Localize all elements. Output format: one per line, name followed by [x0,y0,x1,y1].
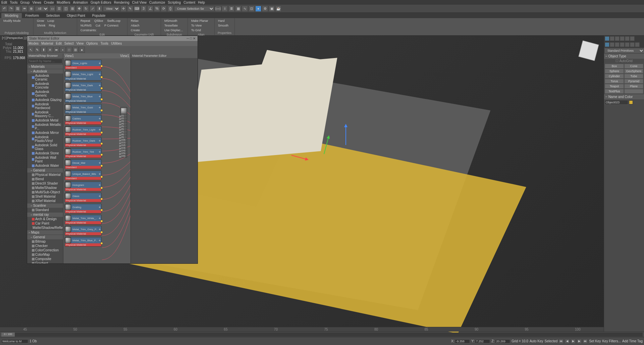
togrid-button[interactable]: To Grid [190,28,212,32]
menu-modifiers[interactable]: Modifiers [57,1,70,4]
compound-slot[interactable]: (12) [121,144,127,146]
toview-button[interactable]: To View [190,23,212,28]
expand-icon[interactable]: + [98,216,101,220]
me-menu-options[interactable]: Options [86,42,98,45]
repeat-button[interactable]: Repeat [79,19,92,23]
hierarchy-panel-icon[interactable] [615,36,620,41]
setkey-button[interactable]: Set Key [589,339,601,343]
material-node[interactable]: Hologram+Physical Material [65,182,102,191]
percent-snap-icon[interactable]: % [154,6,160,12]
output-port[interactable] [100,65,103,67]
compound-slot[interactable]: (10) [121,138,127,141]
z-input[interactable] [495,339,510,343]
browser-item[interactable]: Autodesk Water [27,163,63,168]
play-icon[interactable]: ▶ [571,339,576,344]
browser-item[interactable]: Physical Material [27,172,63,177]
menu-graph-editors[interactable]: Graph Editors [91,1,111,4]
menu-tools[interactable]: Tools [10,1,17,4]
select-region-icon[interactable]: ◫ [63,6,69,12]
product-icon[interactable]: ● [79,47,85,53]
me-menu-view[interactable]: View [76,42,84,45]
compound-slot[interactable]: (3) [121,119,127,122]
pconnect-button[interactable]: P Connect [103,23,120,28]
move-icon[interactable]: ✥ [76,6,82,12]
primitive-button[interactable]: Sphere [605,69,624,73]
browser-item[interactable]: Autodesk Mirror [27,131,63,135]
material-node[interactable]: Metal_Trim_Light+Physical Material [65,71,102,81]
object-name-input[interactable] [605,100,628,105]
expand-icon[interactable]: + [98,139,101,143]
helpers-icon[interactable] [625,42,630,47]
output-port[interactable] [100,231,103,234]
menu-views[interactable]: Views [32,1,41,4]
browser-item[interactable]: Autodesk Metallic P... [27,122,63,131]
tab-freeform[interactable]: Freeform [22,13,43,18]
me-menu-material[interactable]: Material [41,42,53,45]
material-node[interactable]: Metal_Trim_White_...+Physical Material [65,215,102,225]
smooth-button[interactable]: Smooth [217,23,232,28]
browser-item[interactable]: Autodesk Generic [27,90,63,98]
align-icon[interactable]: ⫴ [222,6,228,12]
grow-button[interactable]: Grow [36,19,46,23]
material-editor-icon[interactable]: ● [255,6,261,12]
browser-item[interactable]: XRef Material [27,199,63,203]
msmooth-button[interactable]: MSmooth [163,19,185,23]
selection-filter-dropdown[interactable]: All [35,6,49,11]
ref-coord-dropdown[interactable]: View [103,6,120,11]
maxscript-listener[interactable] [1,339,28,343]
search-input[interactable] [28,59,62,63]
browser-item[interactable]: Matte/Shadow/Refle... [27,226,63,230]
time-slider[interactable]: 0 / 100 [1,333,643,337]
primitive-button[interactable] [624,89,643,94]
rotate-icon[interactable]: ↻ [83,6,89,12]
browser-item[interactable]: Shell Material [27,194,63,199]
select-name-icon[interactable]: ☰ [56,6,62,12]
output-port[interactable] [100,87,103,90]
compound-slot[interactable]: (7) [121,130,127,133]
menu-content[interactable]: Content [183,1,195,4]
expand-icon[interactable]: + [98,183,101,187]
primitive-category-dropdown[interactable]: Standard Primitives [604,48,644,53]
autogrid-checkbox[interactable]: ☐ AutoGrid [604,59,644,63]
general-section[interactable]: − General [27,168,63,172]
undo-icon[interactable]: ↶ [1,6,7,12]
primitive-button[interactable]: Torus [605,79,624,84]
x-input[interactable] [455,339,470,343]
keyfilters-button[interactable]: Key Filters... [602,339,621,343]
goto-end-icon[interactable]: ⏭ [583,339,588,344]
material-node[interactable]: Rubber_Trim_Light+Physical Material [65,126,102,136]
usedisplace-button[interactable]: Use Displac... [163,28,185,32]
material-node[interactable]: Metal_Trim_Blue+Physical Material [65,93,102,103]
layers-icon[interactable]: ≣ [228,6,234,12]
object-type-header[interactable]: − Object Type [604,54,644,59]
create-button[interactable]: Create [129,28,159,32]
lights-icon[interactable] [615,42,620,47]
compound-slot[interactable]: (11) [121,141,127,144]
compound-slot[interactable]: (16) [121,154,127,157]
compound-slot[interactable]: (13) [121,146,127,149]
output-port[interactable] [100,164,103,167]
addtimetag-button[interactable]: Add Time Tag [622,339,643,343]
qslice-button[interactable]: QSlice [93,19,105,23]
select-icon[interactable]: ▭ [49,6,55,12]
browser-item[interactable]: Matte/Shadow [27,186,63,190]
tab-modeling[interactable]: Modeling [1,13,22,18]
me-titlebar[interactable]: Slate Material Editor ─ □ ✕ [27,36,198,41]
browser-item[interactable]: Autodesk Wall Paint [27,155,63,163]
next-frame-icon[interactable]: ▶ [577,339,582,344]
browser-item[interactable]: Autodesk Stone [27,151,63,155]
menu-rendering[interactable]: Rendering [114,1,129,4]
menu-civil-view[interactable]: Civil View [132,1,147,4]
compound-slot[interactable]: (14) [121,149,127,152]
named-selection-dropdown[interactable]: Create Selection Se [174,6,214,11]
curve-editor-icon[interactable]: ∿ [242,6,248,12]
expand-icon[interactable]: + [98,72,101,76]
output-port[interactable] [100,198,103,200]
output-port[interactable] [100,131,103,134]
output-port[interactable] [100,220,103,223]
materials-section[interactable]: − Materials [27,64,63,69]
browser-item[interactable]: Multi/Sub-Object [27,190,63,194]
primitive-button[interactable]: Cylinder [605,74,624,79]
browser-map-item[interactable]: Gradient [27,261,63,263]
compound-slot[interactable]: (6) [121,128,127,130]
